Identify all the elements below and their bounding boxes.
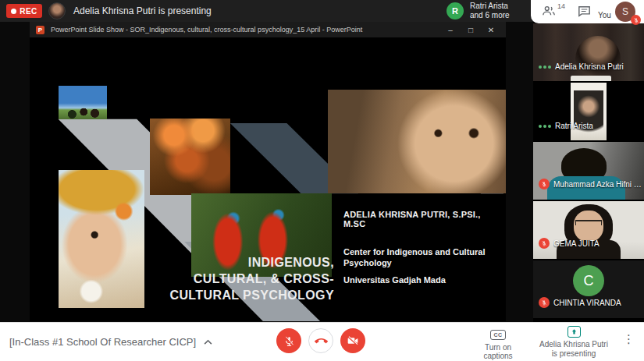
participant-name: Adelia Khrisna Putri	[555, 62, 624, 71]
photo-elderly-woman	[328, 90, 506, 193]
participants-count: 14	[557, 2, 565, 10]
camera-toggle-button[interactable]	[340, 328, 365, 353]
photo-tribal-ceremony	[150, 119, 230, 195]
participant-name: CHINTIA VIRANDA	[553, 299, 621, 307]
captions-button[interactable]: CC Turn on captions	[472, 326, 524, 360]
meet-toolbar: 14 You S	[531, 0, 644, 23]
slide-title-line: CULTURAL PSYCHOLOGY	[155, 287, 334, 303]
presenter-avatar	[48, 2, 66, 19]
slide-org-line: Psychology	[343, 257, 500, 268]
recording-label: REC	[20, 7, 37, 16]
participant-name: Muhammad Azka Hifni Fir...	[553, 180, 642, 189]
close-button[interactable]: ✕	[481, 23, 501, 37]
mic-muted-icon	[539, 179, 550, 189]
presentation-stage: P PowerPoint Slide Show - SOR_Indigenous…	[0, 22, 533, 322]
participant-video-detail	[575, 220, 602, 225]
participant-name: Ratri Arista	[555, 122, 593, 130]
presenting-banner: Adelia Khrisna Putri is presenting	[73, 5, 212, 16]
participant-tile[interactable]: Ratri Arista	[533, 83, 644, 140]
self-mic-muted-icon	[631, 15, 641, 25]
presenting-label: Adelia Khrisna Putri is presenting	[539, 340, 609, 359]
presenting-icon	[568, 326, 581, 338]
mic-toggle-button[interactable]	[276, 328, 301, 353]
recording-badge: REC	[6, 4, 42, 18]
minimize-button[interactable]: –	[440, 23, 461, 37]
presenting-suffix: is presenting	[539, 349, 609, 359]
active-speaker-cluster: R Ratri Arista and 6 more	[447, 0, 510, 22]
participant-video-detail	[574, 211, 603, 242]
slide-presenter-name: ADELIA KHRISNA PUTRI, S.PSI., M.SC	[343, 210, 500, 228]
powerpoint-window: P PowerPoint Slide Show - SOR_Indigenous…	[30, 22, 506, 321]
chevron-up-icon[interactable]	[204, 339, 212, 345]
powerpoint-icon: P	[36, 26, 44, 34]
maximize-button[interactable]: □	[461, 23, 481, 37]
meeting-name-label: [In-Class #1 School Of Researcher CICP]	[9, 336, 196, 348]
participant-avatar: C	[573, 265, 604, 296]
slide-org-line: Center for Indigenous and Cultural	[343, 246, 500, 257]
end-call-icon	[315, 334, 328, 348]
participant-name: GEMA JUITA	[553, 239, 600, 248]
speaker-names: Ratri Arista and 6 more	[470, 2, 510, 20]
powerpoint-window-title: PowerPoint Slide Show - SOR_Indigenous, …	[51, 26, 440, 34]
you-label: You	[598, 11, 611, 19]
photo-traditional-dancers-sky	[59, 86, 107, 119]
meeting-name[interactable]: [In-Class #1 School Of Researcher CICP]	[9, 336, 212, 348]
speaking-indicator-icon	[539, 65, 551, 69]
captions-label: Turn on captions	[472, 343, 524, 360]
mic-muted-icon	[539, 297, 550, 308]
speaking-indicator-icon	[539, 125, 551, 128]
slide-organization: Center for Indigenous and Cultural Psych…	[343, 246, 500, 268]
speaker-name: Ratri Arista	[470, 2, 510, 11]
participant-tile[interactable]: GEMA JUITA	[533, 201, 644, 259]
participant-video-detail	[571, 76, 611, 81]
end-call-button[interactable]	[308, 328, 333, 353]
powerpoint-titlebar[interactable]: P PowerPoint Slide Show - SOR_Indigenous…	[30, 22, 506, 37]
participant-tile[interactable]: Adelia Khrisna Putri	[533, 23, 644, 81]
participant-tile[interactable]: C CHINTIA VIRANDA	[533, 260, 644, 318]
more-options-icon[interactable]: ⋮	[623, 332, 634, 346]
presenting-status[interactable]: Adelia Khrisna Putri is presenting	[539, 324, 609, 359]
slide-presenter-block: ADELIA KHRISNA PUTRI, S.PSI., M.SC Cente…	[343, 210, 500, 285]
presenting-name: Adelia Khrisna Putri	[539, 340, 609, 349]
slide-canvas: INDIGENOUS, CULTURAL, & CROSS- CULTURAL …	[30, 37, 506, 321]
participants-icon[interactable]	[542, 5, 556, 20]
photo-balinese-dancer	[59, 170, 144, 308]
slide-university: Universitas Gadjah Mada	[343, 275, 500, 285]
slide-title: INDIGENOUS, CULTURAL, & CROSS- CULTURAL …	[155, 254, 334, 303]
recording-dot-icon	[11, 9, 16, 14]
participants-sidebar: Adelia Khrisna Putri Ratri Arista Muhamm…	[533, 23, 644, 318]
speaker-more: and 6 more	[470, 11, 510, 20]
speaker-avatar: R	[447, 2, 464, 19]
slide-title-line: CULTURAL, & CROSS-	[155, 271, 334, 287]
participant-video-detail	[574, 90, 603, 140]
participant-video	[575, 36, 621, 81]
captions-icon: CC	[490, 330, 506, 340]
participant-tile[interactable]: Muhammad Azka Hifni Fir...	[533, 142, 644, 200]
chat-icon[interactable]	[578, 5, 591, 20]
slide-title-line: INDIGENOUS,	[155, 254, 334, 271]
mic-muted-icon	[539, 238, 550, 249]
